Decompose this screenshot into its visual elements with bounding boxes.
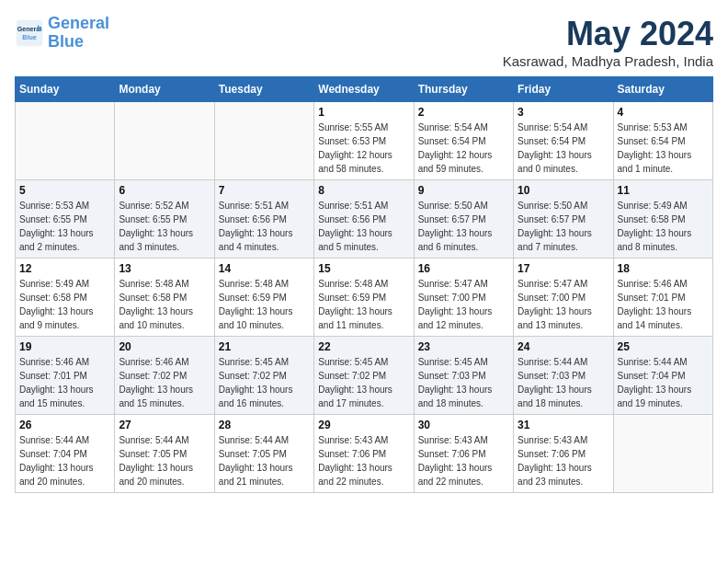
logo-icon: General Blue — [15, 18, 44, 48]
day-info: Sunrise: 5:43 AM Sunset: 7:06 PM Dayligh… — [318, 433, 409, 488]
day-number: 30 — [418, 419, 509, 431]
day-info: Sunrise: 5:48 AM Sunset: 6:58 PM Dayligh… — [119, 277, 210, 332]
calendar-cell: 29Sunrise: 5:43 AM Sunset: 7:06 PM Dayli… — [314, 415, 414, 493]
day-info: Sunrise: 5:45 AM Sunset: 7:03 PM Dayligh… — [418, 355, 509, 410]
day-info: Sunrise: 5:43 AM Sunset: 7:06 PM Dayligh… — [518, 433, 609, 488]
calendar-header-friday: Friday — [514, 77, 613, 102]
logo: General Blue GeneralBlue — [15, 15, 109, 52]
logo-text: GeneralBlue — [48, 15, 109, 52]
day-number: 5 — [19, 184, 110, 197]
calendar-header-monday: Monday — [115, 77, 214, 102]
day-info: Sunrise: 5:51 AM Sunset: 6:56 PM Dayligh… — [318, 199, 409, 254]
day-info: Sunrise: 5:46 AM Sunset: 7:01 PM Dayligh… — [19, 355, 110, 410]
calendar-cell: 31Sunrise: 5:43 AM Sunset: 7:06 PM Dayli… — [514, 415, 613, 493]
calendar-header-tuesday: Tuesday — [214, 77, 313, 102]
day-number: 1 — [318, 106, 409, 119]
day-number: 25 — [618, 340, 709, 353]
day-number: 8 — [318, 184, 409, 197]
calendar-cell: 5Sunrise: 5:53 AM Sunset: 6:55 PM Daylig… — [16, 180, 115, 259]
calendar-cell: 3Sunrise: 5:54 AM Sunset: 6:54 PM Daylig… — [514, 102, 613, 180]
calendar-cell: 26Sunrise: 5:44 AM Sunset: 7:04 PM Dayli… — [16, 415, 115, 493]
day-info: Sunrise: 5:53 AM Sunset: 6:54 PM Dayligh… — [618, 121, 709, 176]
day-info: Sunrise: 5:44 AM Sunset: 7:04 PM Dayligh… — [19, 433, 110, 488]
calendar-cell: 21Sunrise: 5:45 AM Sunset: 7:02 PM Dayli… — [214, 337, 313, 415]
calendar-cell: 28Sunrise: 5:44 AM Sunset: 7:05 PM Dayli… — [214, 415, 313, 493]
day-number: 6 — [119, 184, 210, 197]
title-block: May 2024 Kasrawad, Madhya Pradesh, India — [503, 15, 713, 69]
day-number: 23 — [418, 340, 509, 353]
calendar-week-row: 12Sunrise: 5:49 AM Sunset: 6:58 PM Dayli… — [16, 259, 713, 337]
calendar-cell: 27Sunrise: 5:44 AM Sunset: 7:05 PM Dayli… — [115, 415, 214, 493]
calendar-cell: 24Sunrise: 5:44 AM Sunset: 7:03 PM Dayli… — [514, 337, 613, 415]
day-info: Sunrise: 5:54 AM Sunset: 6:54 PM Dayligh… — [418, 121, 509, 176]
day-number: 10 — [518, 184, 609, 197]
day-number: 29 — [318, 419, 409, 431]
day-info: Sunrise: 5:47 AM Sunset: 7:00 PM Dayligh… — [518, 277, 609, 332]
calendar-cell: 1Sunrise: 5:55 AM Sunset: 6:53 PM Daylig… — [314, 102, 414, 180]
day-number: 19 — [19, 340, 110, 353]
calendar-cell — [115, 102, 214, 180]
calendar-cell: 10Sunrise: 5:50 AM Sunset: 6:57 PM Dayli… — [514, 180, 613, 259]
day-number: 13 — [119, 262, 210, 275]
calendar-cell: 22Sunrise: 5:45 AM Sunset: 7:02 PM Dayli… — [314, 337, 414, 415]
day-number: 21 — [219, 340, 310, 353]
calendar-cell: 25Sunrise: 5:44 AM Sunset: 7:04 PM Dayli… — [613, 337, 712, 415]
day-number: 24 — [518, 340, 609, 353]
calendar-cell: 15Sunrise: 5:48 AM Sunset: 6:59 PM Dayli… — [314, 259, 414, 337]
calendar-cell: 7Sunrise: 5:51 AM Sunset: 6:56 PM Daylig… — [214, 180, 313, 259]
day-number: 9 — [418, 184, 509, 197]
calendar-cell: 6Sunrise: 5:52 AM Sunset: 6:55 PM Daylig… — [115, 180, 214, 259]
day-info: Sunrise: 5:45 AM Sunset: 7:02 PM Dayligh… — [219, 355, 310, 410]
day-number: 2 — [418, 106, 509, 119]
day-number: 12 — [19, 262, 110, 275]
calendar-week-row: 19Sunrise: 5:46 AM Sunset: 7:01 PM Dayli… — [16, 337, 713, 415]
day-info: Sunrise: 5:48 AM Sunset: 6:59 PM Dayligh… — [318, 277, 409, 332]
day-info: Sunrise: 5:46 AM Sunset: 7:02 PM Dayligh… — [119, 355, 210, 410]
calendar-cell: 11Sunrise: 5:49 AM Sunset: 6:58 PM Dayli… — [613, 180, 712, 259]
calendar-cell — [16, 102, 115, 180]
day-info: Sunrise: 5:50 AM Sunset: 6:57 PM Dayligh… — [518, 199, 609, 254]
page-header: General Blue GeneralBlue May 2024 Kasraw… — [15, 15, 713, 69]
calendar-cell: 4Sunrise: 5:53 AM Sunset: 6:54 PM Daylig… — [613, 102, 712, 180]
calendar-cell: 8Sunrise: 5:51 AM Sunset: 6:56 PM Daylig… — [314, 180, 414, 259]
calendar-header-thursday: Thursday — [414, 77, 513, 102]
calendar-header-row: SundayMondayTuesdayWednesdayThursdayFrid… — [16, 77, 713, 102]
day-info: Sunrise: 5:54 AM Sunset: 6:54 PM Dayligh… — [518, 121, 609, 176]
day-info: Sunrise: 5:51 AM Sunset: 6:56 PM Dayligh… — [219, 199, 310, 254]
calendar-cell: 20Sunrise: 5:46 AM Sunset: 7:02 PM Dayli… — [115, 337, 214, 415]
day-number: 14 — [219, 262, 310, 275]
calendar-header-sunday: Sunday — [16, 77, 115, 102]
calendar-cell — [613, 415, 712, 493]
day-number: 27 — [119, 419, 210, 431]
calendar-cell: 17Sunrise: 5:47 AM Sunset: 7:00 PM Dayli… — [514, 259, 613, 337]
day-number: 3 — [518, 106, 609, 119]
day-info: Sunrise: 5:45 AM Sunset: 7:02 PM Dayligh… — [318, 355, 409, 410]
day-number: 26 — [19, 419, 110, 431]
day-info: Sunrise: 5:43 AM Sunset: 7:06 PM Dayligh… — [418, 433, 509, 488]
day-number: 7 — [219, 184, 310, 197]
location: Kasrawad, Madhya Pradesh, India — [503, 53, 713, 69]
calendar-week-row: 5Sunrise: 5:53 AM Sunset: 6:55 PM Daylig… — [16, 180, 713, 259]
calendar-cell: 12Sunrise: 5:49 AM Sunset: 6:58 PM Dayli… — [16, 259, 115, 337]
calendar-week-row: 26Sunrise: 5:44 AM Sunset: 7:04 PM Dayli… — [16, 415, 713, 493]
calendar-cell — [214, 102, 313, 180]
calendar-cell: 9Sunrise: 5:50 AM Sunset: 6:57 PM Daylig… — [414, 180, 513, 259]
day-info: Sunrise: 5:46 AM Sunset: 7:01 PM Dayligh… — [618, 277, 709, 332]
day-info: Sunrise: 5:53 AM Sunset: 6:55 PM Dayligh… — [19, 199, 110, 254]
calendar-cell: 23Sunrise: 5:45 AM Sunset: 7:03 PM Dayli… — [414, 337, 513, 415]
calendar-week-row: 1Sunrise: 5:55 AM Sunset: 6:53 PM Daylig… — [16, 102, 713, 180]
day-number: 20 — [119, 340, 210, 353]
day-number: 31 — [518, 419, 609, 431]
day-number: 17 — [518, 262, 609, 275]
day-info: Sunrise: 5:44 AM Sunset: 7:05 PM Dayligh… — [219, 433, 310, 488]
day-number: 15 — [318, 262, 409, 275]
day-info: Sunrise: 5:44 AM Sunset: 7:04 PM Dayligh… — [618, 355, 709, 410]
day-info: Sunrise: 5:55 AM Sunset: 6:53 PM Dayligh… — [318, 121, 409, 176]
day-info: Sunrise: 5:52 AM Sunset: 6:55 PM Dayligh… — [119, 199, 210, 254]
day-info: Sunrise: 5:50 AM Sunset: 6:57 PM Dayligh… — [418, 199, 509, 254]
day-info: Sunrise: 5:48 AM Sunset: 6:59 PM Dayligh… — [219, 277, 310, 332]
day-number: 11 — [618, 184, 709, 197]
day-number: 18 — [618, 262, 709, 275]
calendar-cell: 18Sunrise: 5:46 AM Sunset: 7:01 PM Dayli… — [613, 259, 712, 337]
day-number: 16 — [418, 262, 509, 275]
